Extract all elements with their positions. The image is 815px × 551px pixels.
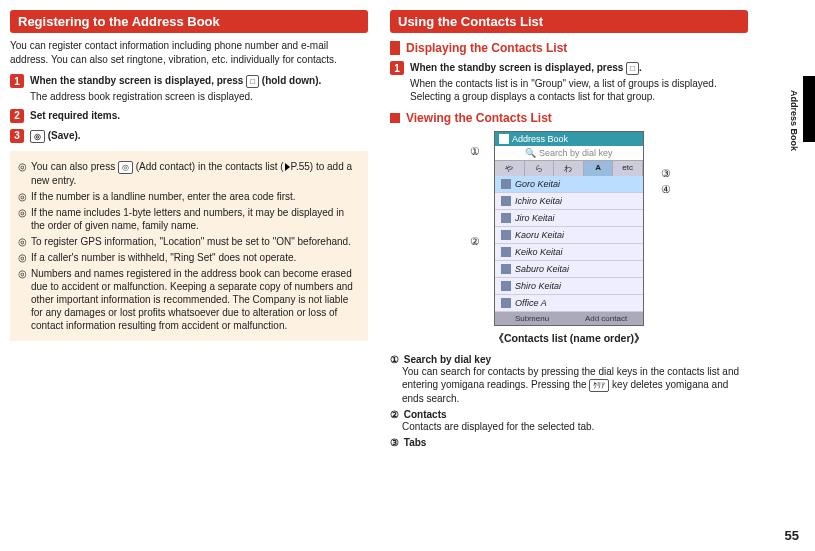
key-icon: □ bbox=[626, 62, 639, 75]
phone-item-selected: Goro Keitai bbox=[495, 176, 643, 193]
rstep1-desc: When the contacts list is in "Group" vie… bbox=[410, 77, 748, 103]
softkey-left: Submenu bbox=[495, 312, 569, 325]
def3-head: Tabs bbox=[404, 437, 427, 448]
callout-2: ② bbox=[470, 235, 480, 248]
screenshot-wrap: ① ③ ④ ② Address Book 🔍 Search by dial ke… bbox=[390, 131, 748, 346]
sub1-text: Displaying the Contacts List bbox=[406, 41, 567, 55]
note-bullet-icon: ◎ bbox=[18, 206, 27, 232]
key-icon: ◎ bbox=[30, 130, 45, 143]
note6: Numbers and names registered in the addr… bbox=[31, 267, 360, 332]
contact-icon bbox=[501, 196, 511, 206]
callout-3: ③ bbox=[661, 167, 671, 180]
def1-head: Search by dial key bbox=[404, 354, 491, 365]
phone-item: Jiro Keitai bbox=[495, 210, 643, 227]
step1-desc: The address book registration screen is … bbox=[30, 90, 368, 103]
note-bullet-icon: ◎ bbox=[18, 235, 27, 248]
page-number: 55 bbox=[785, 528, 799, 543]
phone-header: Address Book bbox=[495, 132, 643, 146]
step1-text-a: When the standby screen is displayed, pr… bbox=[30, 75, 246, 86]
contact-name: Saburo Keitai bbox=[515, 264, 569, 274]
contact-icon bbox=[501, 281, 511, 291]
def2-body: Contacts are displayed for the selected … bbox=[402, 420, 748, 433]
def-3: ③ Tabs bbox=[390, 437, 748, 448]
rstep1-a: When the standby screen is displayed, pr… bbox=[410, 62, 626, 73]
subheading-viewing: Viewing the Contacts List bbox=[390, 111, 748, 125]
softkey-right: Add contact bbox=[569, 312, 643, 325]
phone-softkeys: Submenu Add contact bbox=[495, 312, 643, 325]
contact-icon bbox=[501, 264, 511, 274]
phone-tab: ら bbox=[525, 161, 555, 176]
rstep1-b: . bbox=[639, 62, 642, 73]
note4: To register GPS information, "Location" … bbox=[31, 235, 351, 248]
key-icon: ◎ bbox=[118, 161, 133, 174]
note5: If a caller's number is withheld, "Ring … bbox=[31, 251, 296, 264]
intro-left: You can register contact information inc… bbox=[10, 39, 368, 66]
note1-a: You can also press bbox=[31, 161, 118, 172]
def1-num: ① bbox=[390, 354, 399, 365]
step-number-3: 3 bbox=[10, 129, 24, 143]
note2: If the number is a landline number, ente… bbox=[31, 190, 296, 203]
step-number-1: 1 bbox=[10, 74, 24, 88]
note-bullet-icon: ◎ bbox=[18, 251, 27, 264]
step2-title: Set required items. bbox=[30, 109, 368, 122]
phone-item: Office A bbox=[495, 295, 643, 312]
contact-name: Kaoru Keitai bbox=[515, 230, 564, 240]
phone-item: Ichiro Keitai bbox=[495, 193, 643, 210]
phone-search: 🔍 Search by dial key bbox=[495, 146, 643, 161]
contact-name: Jiro Keitai bbox=[515, 213, 555, 223]
key-icon: □ bbox=[246, 75, 259, 88]
phone-search-text: Search by dial key bbox=[539, 148, 613, 158]
contact-name: Keiko Keitai bbox=[515, 247, 563, 257]
phone-mock: Address Book 🔍 Search by dial key や ら わ … bbox=[494, 131, 644, 326]
step-1: 1 When the standby screen is displayed, … bbox=[10, 74, 368, 103]
phone-tabs: や ら わ A etc bbox=[495, 161, 643, 176]
red-tick-icon bbox=[390, 41, 400, 55]
phone-tab-selected: A bbox=[584, 161, 614, 176]
phone-tab: や bbox=[495, 161, 525, 176]
step1-text-b: (hold down). bbox=[259, 75, 321, 86]
contact-icon bbox=[501, 213, 511, 223]
note-bullet-icon: ◎ bbox=[18, 190, 27, 203]
thumb-tab bbox=[803, 76, 815, 142]
phone-item: Keiko Keitai bbox=[495, 244, 643, 261]
step3-text: (Save). bbox=[45, 130, 81, 141]
phone-tab: わ bbox=[554, 161, 584, 176]
contact-icon bbox=[501, 298, 511, 308]
screenshot-caption: 《Contacts list (name order)》 bbox=[390, 332, 748, 346]
note3: If the name includes 1-byte letters and … bbox=[31, 206, 360, 232]
def-2: ② Contacts Contacts are displayed for th… bbox=[390, 409, 748, 433]
contact-name: Shiro Keitai bbox=[515, 281, 561, 291]
phone-item: Kaoru Keitai bbox=[495, 227, 643, 244]
contact-icon bbox=[501, 247, 511, 257]
def-1: ① Search by dial key You can search for … bbox=[390, 354, 748, 405]
def2-head: Contacts bbox=[404, 409, 447, 420]
contact-name: Office A bbox=[515, 298, 547, 308]
red-square-icon bbox=[390, 113, 400, 123]
callout-1: ① bbox=[470, 145, 480, 158]
def2-num: ② bbox=[390, 409, 399, 420]
contact-name: Ichiro Keitai bbox=[515, 196, 562, 206]
triangle-icon bbox=[285, 163, 290, 171]
step-2: 2 Set required items. bbox=[10, 109, 368, 123]
notes-box: ◎ You can also press ◎ (Add contact) in … bbox=[10, 151, 368, 341]
note-bullet-icon: ◎ bbox=[18, 160, 27, 187]
clear-key-icon: ｸﾘｱ bbox=[589, 379, 609, 392]
step-number-1r: 1 bbox=[390, 61, 404, 75]
subheading-displaying: Displaying the Contacts List bbox=[390, 41, 748, 55]
contact-icon bbox=[501, 230, 511, 240]
def3-num: ③ bbox=[390, 437, 399, 448]
phone-header-text: Address Book bbox=[512, 134, 568, 144]
phone-item: Saburo Keitai bbox=[495, 261, 643, 278]
right-step-1: 1 When the standby screen is displayed, … bbox=[390, 61, 748, 103]
section-title-right: Using the Contacts List bbox=[390, 10, 748, 33]
thumb-tab-label: Address Book bbox=[789, 90, 799, 151]
note1-b: (Add contact) in the contacts list ( bbox=[133, 161, 284, 172]
step-number-2: 2 bbox=[10, 109, 24, 123]
phone-tab: etc bbox=[613, 161, 643, 176]
book-icon bbox=[499, 134, 509, 144]
step-3: 3 ◎ (Save). bbox=[10, 129, 368, 143]
phone-item: Shiro Keitai bbox=[495, 278, 643, 295]
callout-4: ④ bbox=[661, 183, 671, 196]
section-title-left: Registering to the Address Book bbox=[10, 10, 368, 33]
contact-icon bbox=[501, 179, 511, 189]
